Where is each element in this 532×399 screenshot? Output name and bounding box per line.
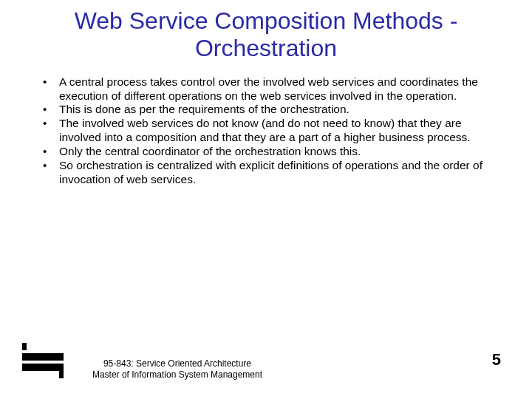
footer-text: 95-843: Service Oriented Architecture Ma… — [89, 358, 266, 381]
page-number: 5 — [492, 350, 501, 369]
bullet-item: A central process takes control over the… — [43, 75, 502, 103]
bullet-item: This is done as per the requirements of … — [43, 103, 502, 117]
svg-rect-0 — [22, 343, 27, 350]
bullet-item: So orchestration is centralized with exp… — [43, 159, 502, 187]
svg-rect-3 — [59, 364, 64, 378]
bullet-list: A central process takes control over the… — [30, 75, 502, 187]
svg-rect-1 — [22, 353, 64, 361]
bullet-item: Only the central coordinator of the orch… — [43, 145, 502, 159]
bullet-item: The involved web services do not know (a… — [43, 117, 502, 145]
footer-program: Master of Information System Management — [89, 369, 266, 381]
cmu-logo-icon — [22, 343, 64, 378]
svg-rect-2 — [22, 364, 64, 371]
footer-course: 95-843: Service Oriented Architecture — [89, 358, 266, 370]
slide-title: Web Service Composition Methods - Orches… — [30, 7, 502, 62]
slide: Web Service Composition Methods - Orches… — [0, 0, 532, 399]
